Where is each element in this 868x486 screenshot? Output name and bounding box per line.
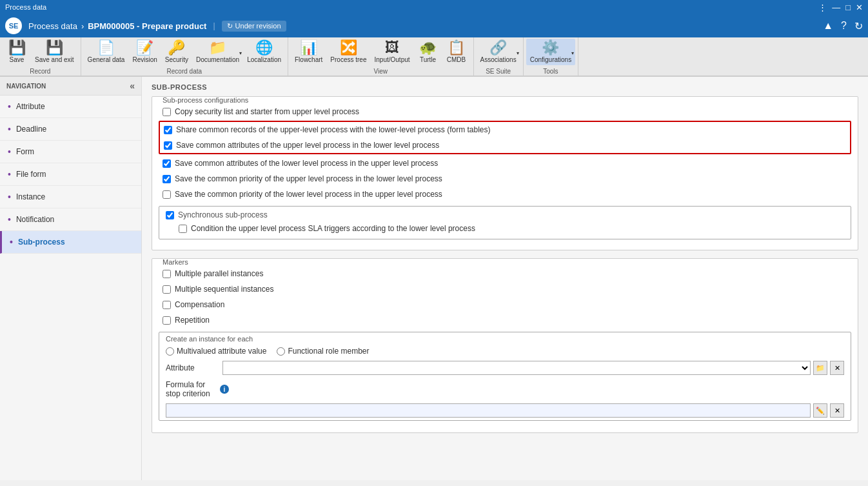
sidebar-item-form[interactable]: • Form bbox=[0, 141, 141, 163]
attribute-select[interactable] bbox=[222, 361, 811, 375]
nav-items: • Attribute • Deadline • Form • File for… bbox=[0, 96, 141, 480]
save-priority-lower-checkbox[interactable] bbox=[163, 190, 171, 199]
formula-input[interactable] bbox=[166, 403, 811, 418]
revision-badge: ↻ Under revision bbox=[222, 21, 286, 32]
flowchart-button[interactable]: 📊 Flowchart bbox=[291, 39, 326, 65]
input-output-button[interactable]: 🖼 Input/Output bbox=[371, 39, 414, 65]
sidebar-item-deadline[interactable]: • Deadline bbox=[0, 118, 141, 141]
create-instance-header: Create an instance for each bbox=[166, 335, 844, 343]
process-tree-icon: 🔀 bbox=[340, 41, 357, 55]
compensation-checkbox[interactable] bbox=[163, 301, 171, 309]
save-common-attrs-upper-checkbox[interactable] bbox=[164, 141, 172, 150]
functional-role-label: Functional role member bbox=[288, 347, 369, 356]
sidebar-item-instance[interactable]: • Instance bbox=[0, 186, 141, 208]
condition-sla-row: Condition the upper level process SLA tr… bbox=[166, 221, 844, 236]
breadcrumb-root[interactable]: Process data bbox=[28, 21, 77, 31]
toolbar-items-tools: ⚙️ Configurations bbox=[524, 37, 578, 66]
revision-label: Under revision bbox=[235, 22, 281, 30]
refresh-icon[interactable]: ↻ bbox=[854, 20, 863, 32]
compensation-row: Compensation bbox=[159, 297, 851, 312]
compensation-label: Compensation bbox=[175, 300, 224, 309]
share-common-records-row: Share common records of the upper-level … bbox=[160, 122, 850, 137]
multivalued-label: Multivalued attribute value bbox=[177, 347, 266, 356]
copy-security-checkbox[interactable] bbox=[163, 108, 171, 116]
associations-button[interactable]: 🔗 Associations bbox=[477, 39, 520, 65]
formula-edit-button[interactable]: ✏️ bbox=[813, 403, 827, 418]
repetition-checkbox[interactable] bbox=[163, 316, 171, 325]
functional-role-radio-option: Functional role member bbox=[277, 347, 369, 356]
condition-sla-label: Condition the upper level process SLA tr… bbox=[191, 224, 475, 233]
flowchart-icon: 📊 bbox=[300, 41, 317, 55]
breadcrumb: Process data › BPM000005 - Prepare produ… bbox=[28, 21, 206, 31]
documentation-button[interactable]: 📁 Documentation bbox=[192, 39, 243, 65]
turtle-button[interactable]: 🐢 Turtle bbox=[414, 39, 442, 65]
configurations-button[interactable]: ⚙️ Configurations bbox=[526, 39, 575, 65]
more-icon[interactable]: ⋮ bbox=[818, 3, 827, 12]
help-icon[interactable]: ? bbox=[841, 20, 847, 32]
revision-button[interactable]: 📝 Revision bbox=[128, 39, 161, 65]
localization-button[interactable]: 🌐 Localization bbox=[243, 39, 285, 65]
multiple-parallel-checkbox[interactable] bbox=[163, 270, 171, 278]
toolbar: 💾 Save 💾 Save and exit Record 📄 General … bbox=[0, 37, 868, 77]
multiple-sequential-row: Multiple sequential instances bbox=[159, 281, 851, 297]
condition-sla-checkbox[interactable] bbox=[179, 225, 187, 233]
toolbar-items-view: 📊 Flowchart 🔀 Process tree 🖼 Input/Outpu… bbox=[288, 37, 473, 66]
save-exit-icon: 💾 bbox=[46, 41, 63, 55]
synchronous-header: Synchronous sub-process bbox=[166, 209, 844, 221]
general-data-icon: 📄 bbox=[97, 41, 115, 55]
main-layout: NAVIGATION « • Attribute • Deadline • Fo… bbox=[0, 77, 868, 480]
multivalued-radio[interactable] bbox=[166, 347, 174, 356]
multiple-sequential-label: Multiple sequential instances bbox=[175, 285, 273, 294]
security-button[interactable]: 🔑 Security bbox=[161, 39, 192, 65]
cmdb-button[interactable]: 📋 CMDB bbox=[442, 39, 471, 65]
app-logo: SE bbox=[5, 17, 22, 34]
header-actions: ▲ ? ↻ bbox=[823, 20, 863, 32]
sidebar-item-notification-label: Notification bbox=[16, 215, 54, 224]
formula-clear-button[interactable]: ✕ bbox=[830, 403, 844, 418]
header-separator: | bbox=[213, 21, 215, 30]
multiple-parallel-label: Multiple parallel instances bbox=[175, 269, 263, 278]
documentation-icon: 📁 bbox=[209, 41, 226, 55]
toolbar-items-record-data: 📄 General data 📝 Revision 🔑 Security 📁 D… bbox=[81, 37, 288, 66]
save-exit-button[interactable]: 💾 Save and exit bbox=[31, 39, 78, 65]
functional-role-radio[interactable] bbox=[277, 347, 285, 356]
sidebar-item-sub-process[interactable]: • Sub-process bbox=[0, 231, 141, 254]
title-bar: Process data ⋮ — □ ✕ bbox=[0, 0, 868, 14]
nav-collapse-button[interactable]: « bbox=[130, 81, 135, 91]
share-common-records-checkbox[interactable] bbox=[164, 126, 172, 134]
sub-process-config-legend: Sub-process configurations bbox=[159, 96, 851, 104]
attribute-clear-button[interactable]: ✕ bbox=[830, 361, 844, 375]
bullet-icon: • bbox=[8, 192, 11, 202]
revision-icon: 📝 bbox=[136, 41, 153, 55]
attribute-browse-button[interactable]: 📁 bbox=[813, 361, 827, 375]
synchronous-checkbox[interactable] bbox=[166, 211, 174, 219]
sidebar-item-notification[interactable]: • Notification bbox=[0, 208, 141, 231]
localization-icon: 🌐 bbox=[255, 41, 273, 55]
process-tree-button[interactable]: 🔀 Process tree bbox=[326, 39, 370, 65]
copy-security-row: Copy security list and starter from uppe… bbox=[159, 104, 851, 119]
configurations-icon: ⚙️ bbox=[542, 41, 559, 55]
save-button[interactable]: 💾 Save bbox=[3, 39, 31, 65]
bullet-icon: • bbox=[8, 169, 11, 179]
radio-row: Multivalued attribute value Functional r… bbox=[166, 347, 844, 356]
bullet-icon: • bbox=[8, 124, 11, 134]
share-common-records-label: Share common records of the upper-level … bbox=[176, 125, 491, 134]
sidebar-item-file-form[interactable]: • File form bbox=[0, 163, 141, 186]
bullet-icon: • bbox=[10, 237, 13, 247]
save-priority-upper-checkbox[interactable] bbox=[163, 175, 171, 183]
general-data-button[interactable]: 📄 General data bbox=[84, 39, 129, 65]
save-common-attrs-lower-row: Save common attributes of the lower leve… bbox=[159, 156, 851, 171]
close-icon[interactable]: ✕ bbox=[856, 3, 863, 12]
highlighted-group: Share common records of the upper-level … bbox=[159, 121, 851, 154]
save-common-attrs-lower-checkbox[interactable] bbox=[163, 159, 171, 168]
collapse-icon[interactable]: ▲ bbox=[823, 20, 833, 32]
formula-field-row: Formula for stop criterion i bbox=[166, 380, 844, 398]
multiple-sequential-checkbox[interactable] bbox=[163, 285, 171, 294]
minimize-icon[interactable]: — bbox=[832, 3, 840, 12]
turtle-icon: 🐢 bbox=[419, 41, 437, 55]
sidebar-item-attribute[interactable]: • Attribute bbox=[0, 96, 141, 118]
title-bar-controls: ⋮ — □ ✕ bbox=[818, 3, 863, 12]
attribute-field-row: Attribute 📁 ✕ bbox=[166, 361, 844, 375]
revision-icon: ↻ bbox=[227, 22, 233, 30]
restore-icon[interactable]: □ bbox=[845, 3, 851, 12]
